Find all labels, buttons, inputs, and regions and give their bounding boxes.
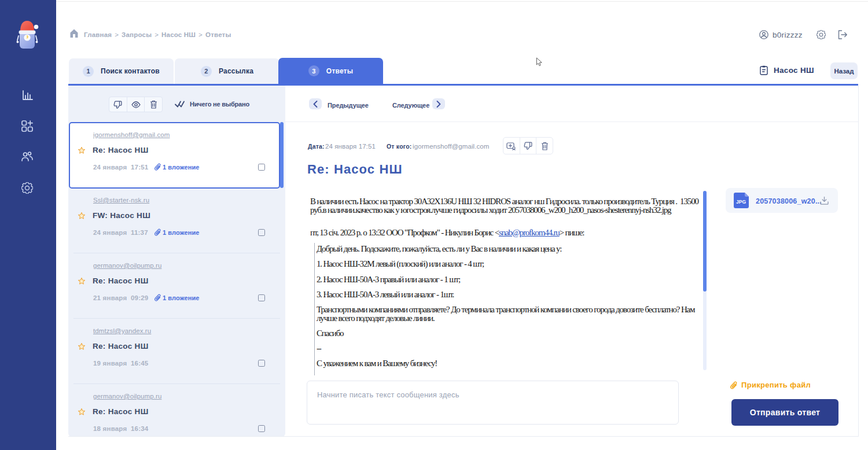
svg-text:JPG: JPG — [736, 199, 746, 205]
